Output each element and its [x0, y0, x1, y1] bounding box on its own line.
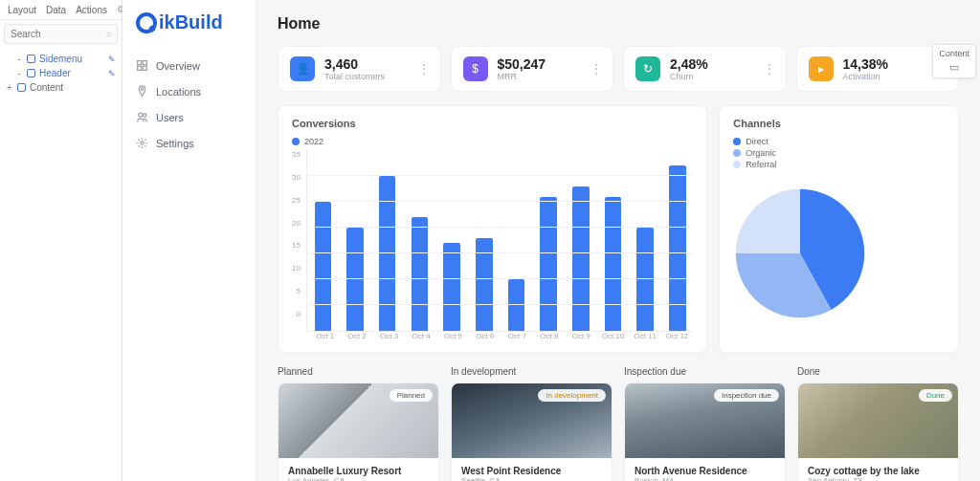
main-content: Home 👤3,460Total customers⋮$$50,247MRR⋮↻…: [256, 0, 980, 481]
bar[interactable]: [508, 279, 524, 331]
search-icon: ⌕: [106, 28, 112, 38]
svg-rect-2: [138, 66, 142, 70]
builder-tabs: Layout Data Actions ⚙ ⧉ ‹›: [0, 0, 122, 20]
svg-point-4: [141, 88, 143, 90]
stat-card: 👤3,460Total customers⋮: [278, 46, 441, 92]
kanban-header: Planned: [278, 366, 439, 377]
more-icon[interactable]: ⋮: [763, 61, 776, 77]
edit-icon[interactable]: ✎: [108, 55, 116, 64]
nav-settings[interactable]: Settings: [122, 130, 256, 156]
stat-icon: 👤: [290, 56, 315, 81]
stats-row: 👤3,460Total customers⋮$$50,247MRR⋮↻2,48%…: [278, 46, 959, 92]
kanban-headers: PlannedIn developmentInspection dueDone: [278, 366, 959, 377]
bars-area: [306, 150, 693, 332]
edit-icon[interactable]: ✎: [108, 69, 116, 78]
page-title: Home: [278, 15, 959, 33]
channels-legend: DirectOrganicReferral: [733, 137, 945, 169]
bar[interactable]: [669, 165, 685, 331]
conversions-legend: 2022: [292, 137, 693, 146]
more-icon[interactable]: ⋮: [417, 61, 431, 77]
tab-data[interactable]: Data: [46, 5, 66, 15]
tab-actions[interactable]: Actions: [76, 5, 107, 15]
tree-item[interactable]: +Content: [6, 80, 116, 95]
project-image: Done: [798, 383, 958, 458]
svg-rect-0: [138, 61, 142, 65]
content-panel[interactable]: Content ▭: [932, 44, 976, 78]
status-badge: Inspection due: [714, 389, 779, 402]
svg-point-7: [141, 142, 144, 144]
pie-slice[interactable]: [736, 189, 800, 253]
pin-icon: [136, 85, 148, 98]
panel-icon: ▭: [939, 61, 969, 74]
bar[interactable]: [346, 228, 363, 331]
svg-rect-3: [143, 66, 146, 70]
x-axis: Oct 1Oct 2Oct 3Oct 4Oct 5Oct 6Oct 7Oct 8…: [292, 332, 693, 340]
project-card[interactable]: In developmentWest Point ResidenceSeattl…: [451, 383, 612, 481]
bar[interactable]: [443, 243, 459, 331]
brand-logo: ikBuild: [122, 0, 256, 49]
bar[interactable]: [540, 197, 556, 331]
nav-locations[interactable]: Locations: [122, 78, 256, 104]
project-card[interactable]: DoneCozy cottage by the lakeSan Antonio,…: [797, 383, 959, 481]
search-input[interactable]: [4, 24, 118, 44]
more-icon[interactable]: ⋮: [590, 61, 603, 77]
app-sidebar: ikBuild OverviewLocationsUsersSettings: [122, 0, 256, 481]
stat-icon: ↻: [635, 56, 660, 81]
nav: OverviewLocationsUsersSettings: [122, 49, 256, 160]
kanban-header: In development: [451, 366, 612, 377]
stat-icon: ▸: [809, 56, 834, 81]
status-badge: In development: [538, 389, 606, 402]
grid-icon: [136, 59, 148, 72]
project-card[interactable]: PlannedAnnabelle Luxury ResortLos Angele…: [278, 383, 439, 481]
project-image: In development: [452, 383, 612, 458]
channels-card: Channels DirectOrganicReferral: [719, 105, 959, 353]
kanban-header: Done: [797, 366, 959, 377]
builder-panel: Layout Data Actions ⚙ ⧉ ‹› ⌕ -Sidemenu✎-…: [0, 0, 122, 481]
nav-overview[interactable]: Overview: [122, 53, 256, 78]
project-card[interactable]: Inspection dueNorth Avenue ResidenceBost…: [624, 383, 786, 481]
bar[interactable]: [315, 202, 331, 331]
y-axis: 35302520151050: [292, 150, 301, 332]
tab-layout[interactable]: Layout: [8, 5, 36, 15]
svg-point-6: [144, 114, 146, 117]
channels-title: Channels: [733, 118, 945, 129]
users-icon: [136, 111, 148, 123]
bar[interactable]: [636, 228, 653, 331]
svg-rect-1: [143, 61, 146, 65]
stat-card: $$50,247MRR⋮: [451, 46, 614, 92]
svg-point-5: [139, 113, 143, 117]
status-badge: Done: [919, 389, 952, 402]
kanban-header: Inspection due: [624, 366, 786, 377]
bar[interactable]: [412, 217, 428, 331]
tree-item[interactable]: -Sidemenu✎: [6, 52, 116, 66]
nav-users[interactable]: Users: [122, 104, 256, 130]
status-badge: Planned: [390, 389, 433, 402]
kanban-row: PlannedAnnabelle Luxury ResortLos Angele…: [278, 383, 959, 481]
pie-chart: [733, 186, 867, 320]
bar[interactable]: [572, 186, 589, 331]
project-image: Inspection due: [625, 383, 785, 458]
bar[interactable]: [605, 197, 621, 331]
bar[interactable]: [379, 176, 395, 331]
tree-item[interactable]: -Header✎: [6, 66, 116, 80]
stat-card: ↻2,48%Churn⋮: [623, 46, 787, 92]
stat-icon: $: [463, 56, 488, 81]
gear-icon: [136, 137, 148, 149]
conversions-card: Conversions 2022 35302520151050 Oct 1Oct…: [278, 105, 707, 353]
project-image: Planned: [278, 383, 438, 458]
layer-tree: -Sidemenu✎-Header✎+Content: [0, 48, 122, 98]
conversions-title: Conversions: [292, 118, 693, 129]
